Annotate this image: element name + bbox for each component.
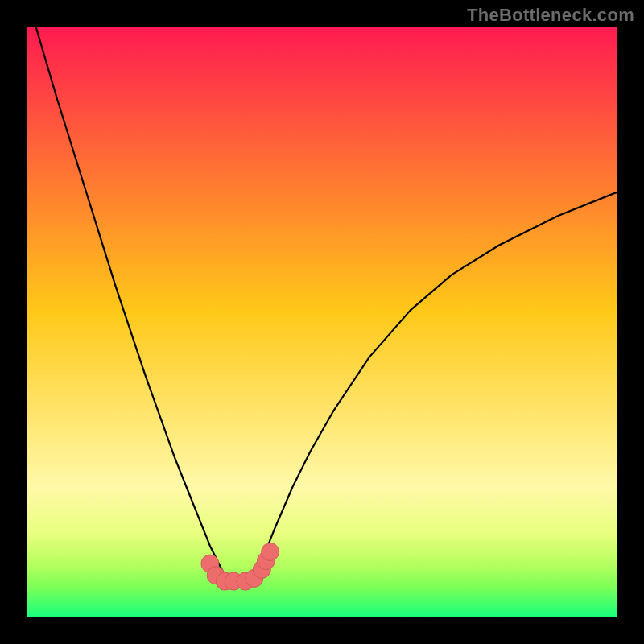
plot-area (27, 27, 617, 617)
chart-frame: TheBottleneck.com (0, 0, 644, 644)
gradient-background (27, 27, 617, 617)
data-marker (262, 543, 279, 561)
plot-svg (27, 27, 617, 617)
watermark-text: TheBottleneck.com (467, 5, 634, 26)
